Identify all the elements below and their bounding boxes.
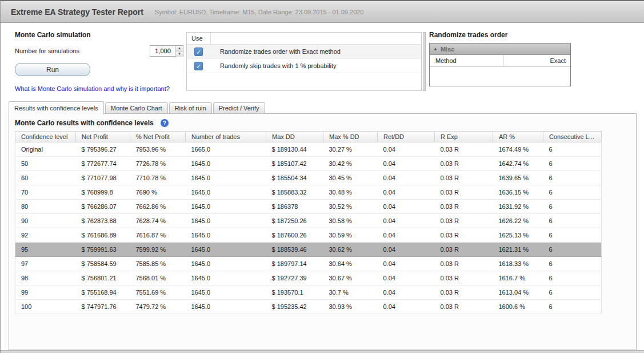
- table-cell: $ 762873.88: [76, 214, 130, 228]
- option-checkbox[interactable]: ✓: [194, 62, 203, 70]
- option-label: Randomize trades order with Exact method: [220, 48, 341, 55]
- spinner-down-icon[interactable]: ▼: [176, 51, 183, 57]
- table-cell: $ 189797.14: [266, 257, 323, 271]
- table-cell: 80: [15, 200, 76, 214]
- table-row-90[interactable]: 90$ 762873.887628.74 %1645.0$ 187250.263…: [15, 214, 602, 228]
- table-cell: 1674.49 %: [493, 142, 543, 157]
- table-cell: $ 759991.63: [76, 243, 130, 257]
- table-cell: 1645.0: [186, 285, 266, 300]
- table-cell: 6: [543, 185, 602, 200]
- table-cell: 90: [15, 214, 76, 228]
- column-header-ret-dd[interactable]: Ret/DD: [378, 132, 435, 142]
- column-header-max-dd[interactable]: Max DD: [266, 132, 323, 142]
- table-cell: 1639.65 %: [493, 171, 543, 185]
- column-header-ar[interactable]: AR %: [493, 132, 543, 142]
- method-value[interactable]: Exact: [504, 55, 570, 66]
- table-cell: 7568.01 %: [130, 271, 186, 285]
- table-cell: 0.03 R: [435, 185, 493, 200]
- results-panel: Monte Carlo results with confidence leve…: [9, 113, 637, 350]
- num-simulations-stepper[interactable]: ▲ ▼: [150, 45, 183, 57]
- table-row-98[interactable]: 98$ 756801.217568.01 %1645.0$ 192727.393…: [15, 271, 602, 285]
- table-cell: 0.04: [378, 271, 435, 285]
- option-label: Randomly skip trades with 1 % probabilit…: [220, 62, 337, 69]
- spinner-up-icon[interactable]: ▲: [176, 46, 183, 51]
- table-cell: 1621.31 %: [493, 243, 543, 257]
- misc-group-header[interactable]: ▲ Misc: [430, 43, 570, 55]
- table-cell: 0.03 R: [435, 300, 493, 314]
- column-header-confidence-level[interactable]: Confidence level: [15, 132, 76, 142]
- table-cell: 30.27 %: [323, 142, 378, 157]
- table-row-80[interactable]: 80$ 766286.077662.86 %1645.0$ 18637830.5…: [15, 200, 602, 214]
- column-header-r-exp[interactable]: R Exp: [435, 132, 493, 142]
- table-row-60[interactable]: 60$ 771077.987710.78 %1645.0$ 185504.343…: [15, 171, 602, 185]
- table-row-70[interactable]: 70$ 768999.87690 %1645.0$ 185883.3230.48…: [15, 185, 602, 200]
- tab-bar: Results with confidence levelsMonte Carl…: [9, 101, 265, 114]
- table-cell: 0.04: [378, 157, 435, 171]
- table-cell: 30.7 %: [323, 285, 378, 300]
- table-cell: 30.93 %: [323, 300, 378, 314]
- table-cell: 6: [543, 285, 602, 300]
- table-cell: 0.03 R: [435, 271, 493, 285]
- table-cell: 0.03 R: [435, 257, 493, 271]
- table-row-99[interactable]: 99$ 755168.947551.69 %1645.0$ 193570.130…: [15, 285, 602, 300]
- randomize-section-title: Randomize trades order: [429, 31, 571, 39]
- column-header-net-profit[interactable]: Net Profit: [76, 132, 130, 142]
- table-row-100[interactable]: 100$ 747971.767479.72 %1645.0$ 195235.42…: [15, 300, 602, 314]
- table-cell: 0.04: [378, 243, 435, 257]
- table-cell: 0.03 R: [435, 243, 493, 257]
- tab-risk-of-ruin[interactable]: Risk of ruin: [169, 102, 212, 114]
- table-cell: 0.04: [378, 257, 435, 271]
- table-cell: 1645.0: [186, 200, 266, 214]
- table-cell: 30.67 %: [323, 271, 378, 285]
- table-cell: 1645.0: [186, 157, 266, 171]
- table-cell: 1645.0: [186, 300, 266, 314]
- table-cell: 0.03 R: [435, 214, 493, 228]
- table-cell: $ 188539.46: [266, 243, 323, 257]
- randomize-trades-section: Randomize trades order ▲ Misc Method Exa…: [429, 31, 571, 86]
- method-label: Method: [430, 55, 504, 66]
- table-row-original[interactable]: Original$ 795396.277953.96 %1665.0$ 1891…: [15, 142, 602, 157]
- tab-results-with-confidence-levels[interactable]: Results with confidence levels: [9, 101, 104, 114]
- panel-splitter[interactable]: [423, 32, 426, 91]
- table-cell: $ 192727.39: [266, 271, 323, 285]
- column-header-consecutive-l[interactable]: Consecutive L...: [543, 132, 602, 142]
- tab-monte-carlo-chart[interactable]: Monte Carlo Chart: [105, 102, 168, 114]
- table-cell: 0.04: [378, 171, 435, 185]
- table-cell: 0.04: [378, 200, 435, 214]
- table-cell: 30.48 %: [323, 185, 378, 200]
- table-cell: 30.62 %: [323, 243, 378, 257]
- table-cell: $ 187250.26: [266, 214, 323, 228]
- table-cell: 0.04: [378, 285, 435, 300]
- num-simulations-row: Number for simulations ▲ ▼: [15, 45, 183, 57]
- table-row-97[interactable]: 97$ 758584.597585.85 %1645.0$ 189797.143…: [15, 257, 602, 271]
- method-setting-row[interactable]: Method Exact: [430, 55, 570, 67]
- report-header: Extreme EA Strategy Tester Report Symbol…: [1, 1, 644, 23]
- run-button[interactable]: Run: [15, 63, 90, 76]
- num-simulations-input[interactable]: [150, 46, 175, 56]
- help-icon[interactable]: ?: [161, 119, 169, 127]
- table-cell: 30.45 %: [323, 171, 378, 185]
- table-cell: 0.04: [378, 228, 435, 243]
- table-cell: 100: [15, 300, 76, 314]
- tab-predict-verify[interactable]: Predict / Verify: [213, 102, 265, 114]
- app-window: Extreme EA Strategy Tester Report Symbol…: [0, 0, 644, 353]
- column-header-number-of-trades[interactable]: Number of trades: [186, 132, 266, 142]
- table-cell: $ 185107.42: [266, 157, 323, 171]
- table-row-50[interactable]: 50$ 772677.747726.78 %1645.0$ 185107.423…: [15, 157, 602, 171]
- table-row-95[interactable]: 95$ 759991.637599.92 %1645.0$ 188539.463…: [15, 243, 602, 257]
- bottom-scrollbar-track[interactable]: [1, 350, 644, 353]
- table-cell: 7599.92 %: [130, 243, 186, 257]
- table-cell: $ 747971.76: [76, 300, 130, 314]
- option-checkbox[interactable]: ✓: [194, 47, 203, 56]
- table-cell: 50: [15, 157, 76, 171]
- table-cell: 6: [543, 300, 602, 314]
- column-header-max-dd[interactable]: Max % DD: [323, 132, 378, 142]
- column-header-net-profit[interactable]: % Net Profit: [130, 132, 186, 142]
- table-cell: 1625.13 %: [493, 228, 543, 243]
- table-cell: $ 195235.42: [266, 300, 323, 314]
- table-cell: $ 795396.27: [76, 142, 130, 157]
- monte-carlo-info-link[interactable]: What is Monte Carlo simulation and why i…: [15, 85, 183, 92]
- table-row-92[interactable]: 92$ 761686.897616.87 %1645.0$ 187600.263…: [15, 228, 602, 243]
- table-cell: 1645.0: [186, 271, 266, 285]
- table-cell: 7710.78 %: [130, 171, 186, 185]
